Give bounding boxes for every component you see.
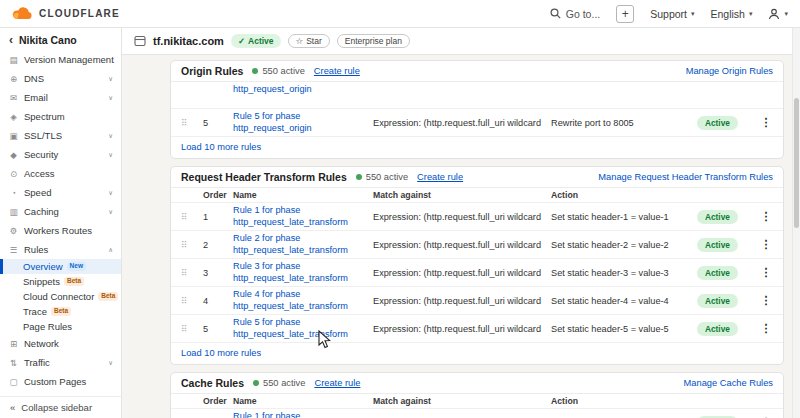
chevron-up-icon: ∧ — [108, 246, 113, 254]
manage-request-header-transform-rules-link[interactable]: Manage Request Header Transform Rules — [598, 172, 773, 182]
col-match: Match against — [373, 190, 543, 200]
sidebar-item-rules-snippets[interactable]: Snippets Beta — [0, 274, 121, 289]
sidebar-item-rules[interactable]: ☰ Rules ∧ — [0, 240, 121, 259]
kebab-menu-icon[interactable]: ⋮ — [759, 322, 773, 335]
kebab-menu-icon[interactable]: ⋮ — [759, 294, 773, 307]
sidebar-item-ssl-tls[interactable]: ▣ SSL/TLS ∨ — [0, 126, 121, 145]
rule-order: 2 — [203, 240, 225, 250]
drag-handle-icon[interactable]: ⠿ — [181, 296, 195, 306]
sidebar-item-workers-routes[interactable]: ⚙ Workers Routes — [0, 221, 121, 240]
status-badge: Active — [697, 266, 738, 280]
status-badge: Active — [697, 116, 738, 130]
user-icon — [768, 8, 780, 20]
sidebar-item-rules-cloud-connector[interactable]: Cloud Connector Beta — [0, 289, 121, 304]
kebab-menu-icon[interactable]: ⋮ — [759, 116, 773, 129]
drag-handle-icon[interactable]: ⠿ — [181, 118, 195, 128]
load-more-link[interactable]: Load 10 more rules — [181, 348, 261, 358]
ssl-tls-icon: ▣ — [8, 131, 19, 141]
support-menu[interactable]: Support ▾ — [650, 8, 694, 20]
search-label: Go to... — [566, 8, 600, 20]
sidebar: ‹ Nikita Cano ▤ Version Management ⊕ DNS… — [0, 28, 122, 418]
status-badge: Active — [697, 238, 738, 252]
chevron-down-icon: ▾ — [784, 10, 788, 18]
scrollbar-thumb[interactable] — [794, 98, 799, 228]
rule-match: Expression: (http.request.full_uri wildc… — [373, 296, 543, 306]
sidebar-item-custom-pages[interactable]: ▢ Custom Pages — [0, 372, 121, 391]
sidebar-item-dns[interactable]: ⊕ DNS ∨ — [0, 69, 121, 88]
add-site-button[interactable]: + — [616, 5, 634, 23]
rule-order: 3 — [203, 268, 225, 278]
sidebar-item-network[interactable]: ⊞ Network — [0, 334, 121, 353]
col-action: Action — [551, 396, 689, 406]
beta-badge: Beta — [98, 292, 118, 301]
rule-name-link[interactable]: http_request_origin — [233, 82, 365, 98]
caching-icon: ▥ — [8, 207, 19, 217]
traffic-icon: ⇅ — [8, 358, 19, 368]
sidebar-item-speed[interactable]: ◔ Speed ∨ — [0, 183, 121, 202]
sidebar-item-rules-page-rules[interactable]: Page Rules — [0, 319, 121, 334]
manage-cache-rules-link[interactable]: Manage Cache Rules — [684, 378, 773, 388]
collapse-sidebar-button[interactable]: « Collapse sidebar — [0, 396, 121, 418]
rule-name-link[interactable]: Rule 2 for phase http_request_late_trans… — [233, 231, 365, 258]
col-action: Action — [551, 190, 689, 200]
create-rule-link[interactable]: Create rule — [417, 172, 463, 182]
language-menu[interactable]: English ▾ — [711, 8, 753, 20]
rule-name-link[interactable]: Rule 5 for phase http_request_origin — [233, 109, 365, 136]
account-switcher[interactable]: ‹ Nikita Cano — [0, 28, 121, 50]
drag-handle-icon[interactable]: ⠿ — [181, 212, 195, 222]
global-search[interactable]: Go to... — [550, 8, 600, 20]
table-row: ⠿ 1 Rule 1 for phase http_request_cache_… — [171, 408, 783, 418]
sidebar-item-access[interactable]: ⊙ Access — [0, 164, 121, 183]
sidebar-item-email[interactable]: ✉ Email ∨ — [0, 88, 121, 107]
drag-handle-icon[interactable]: ⠿ — [181, 324, 195, 334]
rule-name-link[interactable]: Rule 4 for phase http_request_late_trans… — [233, 287, 365, 314]
col-order: Order — [203, 396, 225, 406]
kebab-menu-icon[interactable]: ⋮ — [759, 266, 773, 279]
new-badge: New — [67, 262, 86, 271]
rule-match: Expression: (http.request.full_uri wildc… — [373, 212, 543, 222]
sidebar-item-caching[interactable]: ▥ Caching ∨ — [0, 202, 121, 221]
sidebar-item-spectrum[interactable]: ◈ Spectrum — [0, 107, 121, 126]
sidebar-item-rules-trace[interactable]: Trace Beta — [0, 304, 121, 319]
star-icon: ☆ — [296, 36, 304, 46]
rule-name-link[interactable]: Rule 3 for phase http_request_late_trans… — [233, 259, 365, 286]
create-rule-link[interactable]: Create rule — [314, 66, 360, 76]
chevron-icon: ∨ — [108, 132, 113, 140]
kebab-menu-icon[interactable]: ⋮ — [759, 210, 773, 223]
load-more-link[interactable]: Load 10 more rules — [181, 142, 261, 152]
support-label: Support — [650, 8, 687, 20]
create-rule-link[interactable]: Create rule — [314, 378, 360, 388]
drag-handle-icon[interactable]: ⠿ — [181, 240, 195, 250]
table-row: ⠿ 2 Rule 2 for phase http_request_late_t… — [171, 230, 783, 258]
kebab-menu-icon[interactable]: ⋮ — [759, 238, 773, 251]
dns-icon: ⊕ — [8, 74, 19, 84]
content-scroll-area[interactable]: Origin Rules 550 active Create rule Mana… — [122, 55, 800, 418]
table-row: ⠿ 3 Rule 3 for phase http_request_late_t… — [171, 258, 783, 286]
user-menu[interactable]: ▾ — [768, 8, 788, 20]
rule-order: 4 — [203, 296, 225, 306]
sidebar-item-security[interactable]: ◆ Security ∨ — [0, 145, 121, 164]
col-name: Name — [233, 190, 365, 200]
rule-name-link[interactable]: Rule 1 for phase http_request_late_trans… — [233, 203, 365, 230]
sidebar-item-version-management[interactable]: ▤ Version Management — [0, 50, 121, 69]
rule-match: Expression: (http.request.full_uri wildc… — [373, 240, 543, 250]
active-count: 550 active — [253, 378, 305, 388]
manage-origin-rules-link[interactable]: Manage Origin Rules — [686, 66, 773, 76]
language-label: English — [711, 8, 745, 20]
rule-name-link[interactable]: Rule 1 for phase http_request_cache_sett… — [233, 409, 365, 418]
rule-action: Set static header-3 = value-3 — [551, 268, 689, 278]
sidebar-item-rules-overview[interactable]: Overview New — [0, 259, 121, 274]
rule-name-link[interactable]: Rule 5 for phase http_request_late_trans… — [233, 315, 365, 342]
request-header-transform-rules-card: Request Header Transform Rules 550 activ… — [170, 166, 784, 365]
page-scrollbar[interactable] — [792, 28, 800, 418]
drag-handle-icon[interactable]: ⠿ — [181, 268, 195, 278]
chevron-down-icon: ▾ — [691, 10, 695, 18]
rule-order: 5 — [203, 324, 225, 334]
beta-badge: Beta — [64, 277, 84, 286]
zone-domain[interactable]: tf.nikitac.com — [153, 35, 224, 47]
chevron-icon: ∨ — [108, 151, 113, 159]
main-area: tf.nikitac.com ✓ Active ☆ Star Enterpris… — [122, 28, 800, 418]
sidebar-item-traffic[interactable]: ⇅ Traffic ∨ — [0, 353, 121, 372]
star-button[interactable]: ☆ Star — [288, 34, 330, 48]
cloudflare-logo[interactable]: CLOUDFLARE — [12, 7, 120, 20]
